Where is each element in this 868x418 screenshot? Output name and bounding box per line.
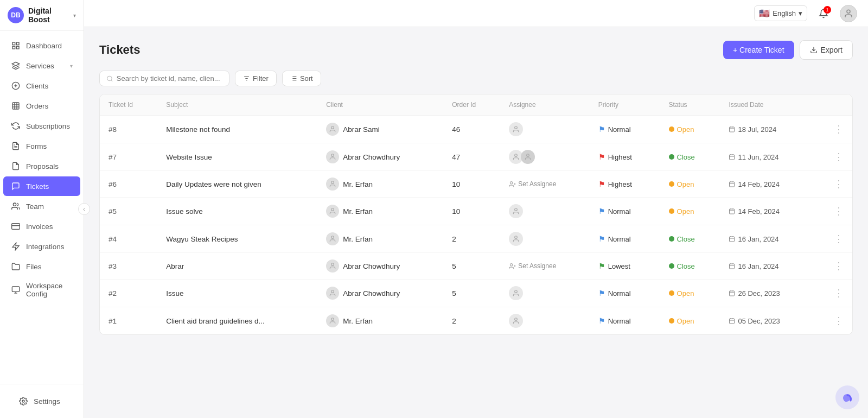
cell-priority: ⚑ Normal — [590, 225, 660, 253]
notifications-button[interactable]: 1 — [815, 5, 832, 22]
sidebar-collapse-button[interactable]: ‹ — [78, 203, 90, 215]
table-row[interactable]: #3 Abrar Abrar Chowdhury 5 Set Assignee … — [100, 253, 852, 280]
table-row[interactable]: #8 Milestone not found Abrar Sami 46 ⚑ N… — [100, 116, 852, 143]
export-button[interactable]: Export — [800, 40, 853, 60]
user-avatar[interactable] — [840, 5, 857, 22]
client-name: Abrar Chowdhury — [343, 289, 400, 297]
sidebar-item-tickets[interactable]: Tickets — [3, 176, 80, 196]
content-area: Tickets + Create Ticket Export Filter — [84, 27, 868, 418]
cell-priority: ⚑ Lowest — [590, 253, 660, 280]
cell-more: ⋮ — [815, 307, 852, 335]
client-avatar — [326, 259, 339, 273]
forms-label: Forms — [26, 142, 73, 150]
subscriptions-icon — [11, 121, 21, 131]
brand-header[interactable]: DB Digital Boost ▾ — [0, 0, 84, 31]
cell-assignee — [500, 198, 589, 225]
col-status: Status — [660, 94, 720, 116]
dashboard-label: Dashboard — [26, 42, 73, 50]
sidebar-item-integrations[interactable]: Integrations — [3, 237, 80, 256]
calendar-icon — [729, 154, 735, 160]
set-assignee-button[interactable]: Set Assignee — [509, 180, 580, 188]
sidebar-item-files[interactable]: Files — [3, 257, 80, 276]
more-options-button[interactable]: ⋮ — [824, 178, 844, 190]
more-options-button[interactable]: ⋮ — [824, 315, 844, 327]
integrations-icon — [11, 242, 21, 251]
col-priority: Priority — [590, 94, 660, 116]
sidebar-item-services[interactable]: Services ▾ — [3, 56, 80, 75]
more-options-button[interactable]: ⋮ — [824, 287, 844, 299]
sidebar-item-dashboard[interactable]: Dashboard — [3, 36, 80, 55]
client-name: Mr. Erfan — [343, 207, 373, 216]
svg-rect-19 — [12, 287, 19, 292]
priority-label: Normal — [608, 317, 631, 325]
svg-rect-0 — [12, 42, 15, 45]
more-options-button[interactable]: ⋮ — [824, 151, 844, 163]
more-options-button[interactable]: ⋮ — [824, 233, 844, 245]
cell-status: Open — [660, 171, 720, 198]
more-options-button[interactable]: ⋮ — [824, 260, 844, 272]
sidebar-item-forms[interactable]: Forms — [3, 136, 80, 156]
table-row[interactable]: #2 Issue Abrar Chowdhury 5 ⚑ Normal — [100, 280, 852, 307]
svg-point-36 — [331, 126, 334, 129]
status-label: Open — [677, 289, 694, 297]
cell-subject: Issue solve — [157, 198, 317, 225]
cell-assignee — [500, 280, 589, 307]
more-options-button[interactable]: ⋮ — [824, 123, 844, 135]
language-selector[interactable]: 🇺🇸 English ▾ — [754, 5, 807, 21]
add-person-icon — [509, 181, 516, 188]
sidebar-item-subscriptions[interactable]: Subscriptions — [3, 116, 80, 136]
table-row[interactable]: #6 Daily Updates were not given Mr. Erfa… — [100, 171, 852, 198]
sidebar-item-invoices[interactable]: Invoices — [3, 217, 80, 236]
settings-label: Settings — [34, 397, 65, 406]
sidebar-nav: Dashboard Services ▾ Clients Orders — [0, 31, 84, 384]
cell-client: Abrar Chowdhury — [317, 143, 443, 171]
team-icon — [11, 201, 21, 211]
invoices-icon — [11, 221, 21, 231]
sidebar-item-clients[interactable]: Clients — [3, 76, 80, 96]
cell-status: Close — [660, 253, 720, 280]
services-label: Services — [26, 62, 65, 70]
table-row[interactable]: #1 Client aid brand guidelines d... Mr. … — [100, 307, 852, 335]
client-name: Abrar Sami — [343, 125, 380, 134]
cell-status: Open — [660, 198, 720, 225]
cell-more: ⋮ — [815, 116, 852, 143]
client-name: Mr. Erfan — [343, 317, 373, 325]
sort-icon — [290, 75, 297, 82]
search-input[interactable] — [117, 74, 222, 83]
col-assignee: Assignee — [500, 94, 589, 116]
status-dot — [669, 181, 674, 187]
calendar-icon — [729, 126, 735, 132]
sidebar-item-orders[interactable]: Orders — [3, 96, 80, 116]
client-avatar — [326, 287, 339, 300]
notification-badge: 1 — [824, 6, 831, 14]
more-options-button[interactable]: ⋮ — [824, 205, 844, 217]
subscriptions-label: Subscriptions — [26, 122, 73, 130]
cell-ticket-id: #3 — [100, 253, 157, 280]
sidebar-item-workspace-config[interactable]: Workspace Config — [3, 277, 80, 303]
services-icon — [11, 61, 21, 71]
create-ticket-button[interactable]: + Create Ticket — [723, 41, 794, 59]
svg-rect-45 — [730, 155, 735, 160]
export-label: Export — [821, 46, 843, 54]
cell-subject: Milestone not found — [157, 116, 317, 143]
sidebar-item-team[interactable]: Team — [3, 197, 80, 216]
sidebar-item-settings[interactable]: Settings — [11, 391, 73, 411]
status-dot — [669, 126, 674, 132]
cell-issued-date: 26 Dec, 2023 — [720, 280, 814, 307]
sort-button[interactable]: Sort — [282, 71, 321, 86]
set-assignee-button[interactable]: Set Assignee — [509, 262, 580, 270]
cell-assignee: Set Assignee — [500, 171, 589, 198]
cell-assignee: Set Assignee — [500, 253, 589, 280]
orders-label: Orders — [26, 102, 73, 110]
calendar-icon — [729, 208, 735, 214]
cell-priority: ⚑ Normal — [590, 307, 660, 335]
sidebar-item-proposals[interactable]: Proposals — [3, 156, 80, 176]
language-label: English — [773, 9, 796, 17]
set-assignee-label: Set Assignee — [518, 262, 556, 270]
filter-button[interactable]: Filter — [235, 71, 277, 86]
table-row[interactable]: #5 Issue solve Mr. Erfan 10 ⚑ Normal — [100, 198, 852, 225]
table-row[interactable]: #7 Website Issue Abrar Chowdhury 47 ⚑ Hi… — [100, 143, 852, 171]
assignee-cell — [509, 150, 580, 164]
svg-point-64 — [515, 236, 518, 239]
table-row[interactable]: #4 Wagyu Steak Recipes Mr. Erfan 2 ⚑ Nor… — [100, 225, 852, 253]
